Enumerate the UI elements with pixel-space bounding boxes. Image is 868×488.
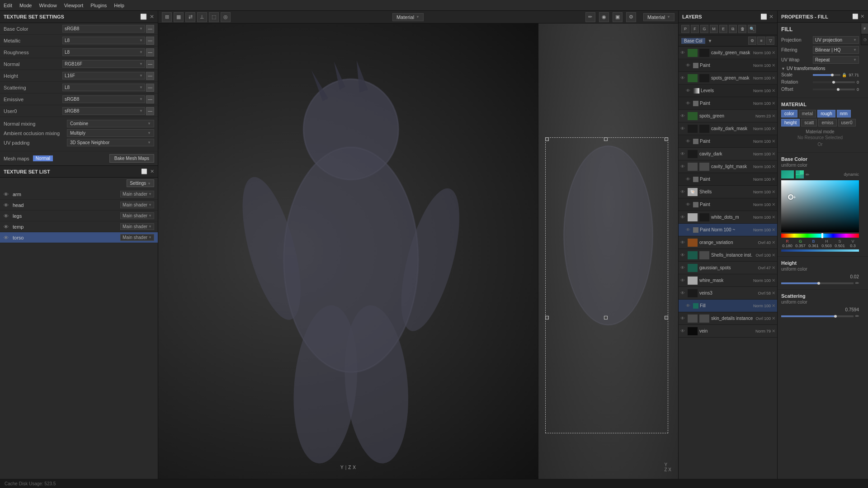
color-swatch[interactable] xyxy=(781,170,794,178)
layer-blend[interactable]: Norm xyxy=(753,89,763,93)
layer-blend[interactable]: Ovrl xyxy=(758,291,765,296)
tsl-settings-dropdown[interactable]: Settings ▼ xyxy=(127,179,154,187)
2d-view[interactable]: Y Z X xyxy=(538,23,678,479)
channel-remove-emissive[interactable]: — xyxy=(146,95,154,103)
layer-blend[interactable]: Norm xyxy=(753,164,763,169)
layer-blend[interactable]: Norm xyxy=(753,152,763,156)
menu-viewport[interactable]: Viewport xyxy=(64,3,84,8)
layer-close-icon[interactable]: ✕ xyxy=(772,291,775,296)
layer-close-icon[interactable]: ✕ xyxy=(772,253,775,258)
layer-close-icon[interactable]: ✕ xyxy=(772,227,775,232)
eye-icon[interactable]: 👁 xyxy=(686,227,692,232)
frame-icon[interactable]: ⬚ xyxy=(209,12,219,22)
layer-opacity[interactable]: 23 xyxy=(766,114,771,118)
rotation-slider[interactable] xyxy=(813,81,855,83)
tsl-shader-arm[interactable]: Main shader ▼ xyxy=(120,191,154,197)
handle-bl[interactable] xyxy=(545,316,549,319)
add-group-icon[interactable]: G xyxy=(700,25,708,33)
tsl-shader-legs[interactable]: Main shader ▼ xyxy=(120,212,154,219)
tsl-shader-temp[interactable]: Main shader ▼ xyxy=(120,223,154,230)
channel-format-scattering[interactable]: L8 ▼ xyxy=(62,84,145,91)
menu-window[interactable]: Window xyxy=(39,3,57,8)
eye-icon-temp[interactable]: 👁 xyxy=(4,224,11,230)
offset-slider[interactable] xyxy=(813,89,855,90)
layer-close-icon[interactable]: ✕ xyxy=(772,101,775,106)
eye-icon[interactable]: 👁 xyxy=(680,316,687,321)
layer-item[interactable]: 👁 cavity_dark Norm 100 ✕ xyxy=(679,148,777,160)
add-fill-layer-icon[interactable]: F xyxy=(691,25,699,33)
layers-minimize-icon[interactable]: ⬜ xyxy=(760,14,767,20)
handle-tl[interactable] xyxy=(545,137,549,141)
eye-icon[interactable]: 👁 xyxy=(680,50,687,55)
layer-close-icon[interactable]: ✕ xyxy=(772,215,775,220)
mat-tag-emiss[interactable]: emiss xyxy=(818,119,836,127)
layer-item[interactable]: 👁 spots_green_mask Norm 100 ✕ xyxy=(679,72,777,84)
layer-close-icon[interactable]: ✕ xyxy=(772,63,775,68)
tsl-shader-head[interactable]: Main shader ▼ xyxy=(120,202,154,208)
layer-blend[interactable]: Norm xyxy=(753,215,763,220)
grid-icon[interactable]: ▦ xyxy=(174,12,184,22)
layer-opacity[interactable]: 100 xyxy=(764,51,771,55)
layer-item[interactable]: 👁 cavity_dark_mask Norm 100 ✕ xyxy=(679,122,777,135)
h-value[interactable]: 0.503 xyxy=(821,244,833,248)
render-icon[interactable]: ▣ xyxy=(613,12,623,22)
filtering-dropdown[interactable]: Bilinear | HQ ▼ xyxy=(813,46,859,54)
menu-help[interactable]: Help xyxy=(114,3,124,8)
layer-blend[interactable]: Norm xyxy=(753,177,763,182)
uvwrap-dropdown[interactable]: Repeat ▼ xyxy=(813,56,859,64)
menu-mode[interactable]: Mode xyxy=(19,3,32,8)
add-mask-icon[interactable]: M xyxy=(710,25,718,33)
layer-opacity[interactable]: 100 xyxy=(764,202,771,207)
duplicate-icon[interactable]: ⧉ xyxy=(729,25,737,33)
layer-close-icon[interactable]: ✕ xyxy=(772,202,775,207)
channel-format-user0[interactable]: sRGB8 ▼ xyxy=(62,107,145,115)
eye-icon[interactable]: 👁 xyxy=(680,164,687,169)
channel-remove-roughness[interactable]: — xyxy=(146,48,154,56)
layer-sort-icon[interactable]: ≡ xyxy=(757,37,765,45)
layer-blend[interactable]: Norm xyxy=(755,114,765,118)
align-icon[interactable]: ⊥ xyxy=(197,12,207,22)
flip-icon[interactable]: ⇄ xyxy=(185,12,195,22)
eye-icon[interactable]: 👁 xyxy=(680,240,687,245)
channel-remove-metallic[interactable]: — xyxy=(146,37,154,45)
props-tab-2[interactable]: ◷ xyxy=(861,34,868,45)
layer-close-icon[interactable]: ✕ xyxy=(772,164,775,169)
eye-icon[interactable]: 👁 xyxy=(680,265,687,270)
scale-slider-track[interactable] xyxy=(813,74,840,76)
menu-plugins[interactable]: Plugins xyxy=(90,3,107,8)
channel-format-roughness[interactable]: L8 ▼ xyxy=(62,48,145,56)
layer-blend[interactable]: Norm xyxy=(753,278,763,283)
layer-opacity[interactable]: 79 xyxy=(766,329,771,333)
mat-tag-metal[interactable]: metal xyxy=(799,110,816,117)
projection-dropdown[interactable]: UV projection ▼ xyxy=(813,36,859,44)
tss-close-icon[interactable]: ✕ xyxy=(150,14,154,20)
add-paint-layer-icon[interactable]: P xyxy=(681,25,689,33)
tsl-minimize-icon[interactable]: ⬜ xyxy=(141,169,147,174)
eye-icon-arm[interactable]: 👁 xyxy=(4,192,11,197)
layer-close-icon[interactable]: ✕ xyxy=(772,177,775,182)
tsl-item-legs[interactable]: 👁 legs Main shader ▼ xyxy=(0,211,158,221)
layer-close-icon[interactable]: ✕ xyxy=(772,75,775,80)
layer-opacity[interactable]: 47 xyxy=(766,266,771,270)
channel-remove-scattering[interactable]: — xyxy=(146,84,154,92)
height-slider[interactable] xyxy=(781,282,854,284)
channel-selector-label[interactable]: Base Col xyxy=(681,38,705,44)
channel-format-basecolor[interactable]: sRGB8 ▼ xyxy=(62,25,145,33)
eye-icon[interactable]: 👁 xyxy=(680,278,687,283)
layer-item[interactable]: 👁 Paint Norm 100 ✕ xyxy=(679,173,777,186)
tsl-item-torso[interactable]: 👁 torso Main shader ▼ xyxy=(0,232,158,243)
layer-item[interactable]: 👁 Paint Norm 100 ✕ xyxy=(679,198,777,211)
props-minimize-icon[interactable]: ⬜ xyxy=(852,14,859,19)
layer-item[interactable]: 👁 cavity_green_mask Norm 100 ✕ xyxy=(679,47,777,59)
channel-format-normal[interactable]: RGB16F ▼ xyxy=(62,60,145,68)
layer-blend[interactable]: Norm xyxy=(753,51,763,55)
s-value[interactable]: 0.501 xyxy=(834,244,846,248)
channel-remove-normal[interactable]: — xyxy=(146,60,154,68)
layer-opacity[interactable]: 100 xyxy=(764,89,771,93)
layer-item[interactable]: 👁 cavity_light_mask Norm 100 ✕ xyxy=(679,160,777,173)
layer-close-icon[interactable]: ✕ xyxy=(772,303,775,308)
layer-close-icon[interactable]: ✕ xyxy=(772,316,775,321)
normal-mixing-value[interactable]: Combine ▼ xyxy=(67,120,154,127)
layer-opacity[interactable]: 100 xyxy=(764,127,771,131)
layer-blend[interactable]: Ovrl xyxy=(755,316,763,321)
